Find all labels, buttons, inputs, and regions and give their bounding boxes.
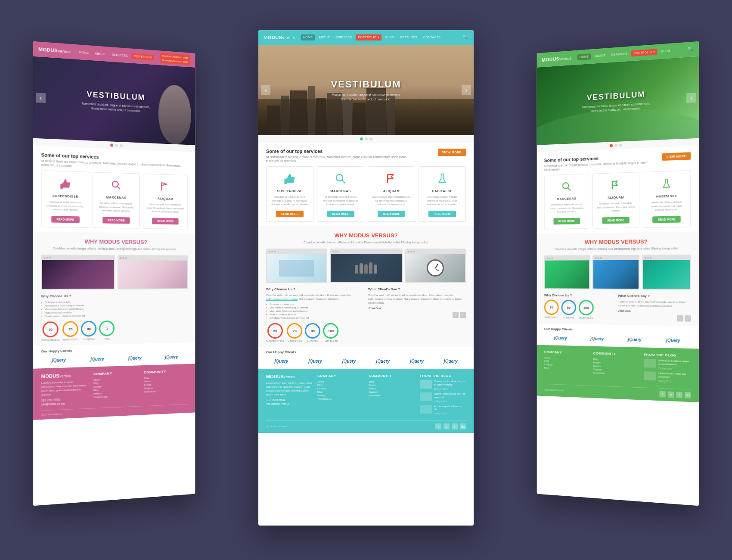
read-more-3-right[interactable]: read more [653, 216, 681, 223]
nav-about-center[interactable]: ABOUT [316, 34, 332, 40]
footer-company-links-center: About FAQ Contact Blog Privacy Testimoni… [317, 380, 363, 401]
f-privacy-c[interactable]: Privacy [317, 394, 363, 397]
social-twitter-r[interactable]: t [676, 392, 682, 398]
blog-thumb-2-right [644, 371, 656, 380]
nav-portfolio-center[interactable]: PORTFOLIO ▾ [356, 34, 382, 40]
hero-next-center[interactable]: › [462, 85, 471, 95]
prog-70-r: 70 MARCENAS [544, 300, 559, 319]
nav-portfolio-right[interactable]: PORTFOLIO ▾ [631, 49, 657, 56]
service-card-1-left: SUSPENDISSE Quisque ut tellus quis nunc … [41, 170, 89, 228]
social-twitter[interactable]: t [452, 423, 458, 429]
why-choose-title-right: Why Choose Us ? [544, 293, 614, 298]
hero-prev-left[interactable]: ‹ [36, 93, 46, 103]
svg-point-2 [336, 174, 343, 181]
client-logo-1: jQuery [41, 355, 76, 365]
f-contact-c[interactable]: Contact [317, 387, 363, 390]
view-more-btn-right[interactable]: VIEW MORE [662, 152, 691, 161]
testimonial-next-right[interactable]: › [685, 316, 691, 322]
circle-70: 70 [62, 321, 78, 337]
service-name-1-right: MARCENAS [548, 196, 586, 201]
read-more-3-center[interactable]: read more [378, 211, 405, 217]
client-say-title-right: What Client's Say ? [618, 294, 691, 298]
read-more-2-center[interactable]: read more [327, 211, 354, 217]
service-card-2-left: MARCENAS Ut eleifend libero sed neque rh… [93, 172, 139, 229]
nav-home-right[interactable]: HOME [577, 53, 591, 60]
prog-80-r: 80 ALIQUAM [561, 300, 577, 319]
testimonial-next-center[interactable]: › [460, 312, 466, 318]
social-facebook[interactable]: f [435, 423, 441, 429]
nav-blog-right[interactable]: BLOG [659, 47, 672, 54]
nav-features-center[interactable]: FEATURES [398, 34, 419, 40]
nav-home-left[interactable]: HOME [77, 49, 91, 56]
footer-phone-center: 182 2569 5896 [266, 398, 312, 401]
search-icon-center[interactable]: 🔍 [462, 34, 468, 40]
nav-home-center[interactable]: HOME [301, 34, 315, 40]
why-left-right: Why Choose Us ? 70 MARCENAS 80 ALIQUAM 1… [544, 293, 614, 320]
footer-col-blog-center: from the BLOG Maecenas tincidunt, augue … [420, 374, 466, 417]
client-logos-left: jQuery jQuery jQuery jQuery [41, 352, 188, 365]
nav-links-center: HOME ABOUT SERVICES PORTFOLIO ▾ BLOG FEA… [301, 34, 459, 40]
blog-date-3-center: 5 May 2013 [434, 412, 466, 415]
social-rss[interactable]: rss [460, 423, 466, 429]
screenshot-1-left [41, 255, 115, 290]
fc-blog-c[interactable]: Blog [369, 380, 415, 383]
nav-about-right[interactable]: ABOUT [592, 52, 608, 59]
circle-80-r: 80 [561, 300, 577, 315]
screenshot-clock-center [405, 249, 466, 283]
read-more-2-left[interactable]: read more [102, 217, 130, 224]
footer-copyright-left: 2013 ModuVersus [41, 413, 62, 416]
progress-circles-center: 50 SUSPENDISSE 70 MARCENAS 80 ALIQUAM [266, 323, 364, 342]
nav-portfolio-left[interactable]: PORTFOLIO [132, 53, 154, 60]
prog-100-c: 100 HABITASSE [323, 323, 338, 342]
read-more-3-left[interactable]: read more [152, 218, 179, 225]
read-more-1-right[interactable]: read more [553, 218, 580, 225]
nav-blog-center[interactable]: BLOG [383, 34, 397, 40]
f-blog-c[interactable]: Blog [317, 390, 363, 394]
why-content-left: Why Choose Us ? Quisque a metus quis Mae… [41, 293, 188, 342]
service-text-2-center: Ut eleifend libero sed neque rhoncus con… [321, 195, 360, 206]
hero-next-right[interactable]: › [686, 93, 696, 103]
f-test-c[interactable]: Testimonials [317, 397, 363, 401]
read-more-1-left[interactable]: read more [51, 216, 79, 223]
view-more-btn-center[interactable]: VIEW MORE [438, 149, 466, 156]
client-logo-2: jQuery [80, 355, 115, 364]
social-pinterest[interactable]: p [444, 423, 450, 429]
nav-contacts-center[interactable]: CONTACTS [421, 34, 443, 40]
portfolio-dropdown-left[interactable]: Portfolio 3 column page Portfolio 2 colu… [160, 53, 190, 65]
f-about-c[interactable]: About [317, 380, 363, 383]
client-logos-center: jQuery jQuery jQuery jQuery jQuery jQuer… [266, 357, 466, 365]
nav-services-center[interactable]: SERVICES [334, 34, 354, 40]
testimonial-prev-center[interactable]: ‹ [453, 312, 459, 318]
circle-50-c: 50 [267, 323, 283, 339]
f-faq-c[interactable]: FAQ [317, 383, 363, 387]
nav-about-left[interactable]: ABOUT [93, 50, 108, 57]
screenshot-workspace-center [266, 249, 327, 283]
fc-forum-c[interactable]: Forum [369, 383, 415, 387]
why-link-center[interactable]: pellentesque perfermesque [266, 298, 298, 300]
hero-prev-center[interactable]: ‹ [261, 85, 270, 95]
search-icon-right[interactable]: 🔍 [687, 46, 694, 53]
screenshot-nature2-right [592, 255, 640, 290]
happy-title-center: Our Happy Clients [266, 350, 466, 354]
service-name-1-center: SUSPENDISSE [270, 189, 310, 193]
screenshot-team-center [330, 249, 403, 283]
read-more-1-center[interactable]: read more [276, 211, 304, 217]
nav-services-right[interactable]: SERVICES [609, 51, 630, 58]
read-more-2-right[interactable]: read more [602, 217, 630, 224]
fc-newsletter-c[interactable]: Newsletter [369, 394, 415, 397]
read-more-4-center[interactable]: read more [428, 211, 456, 217]
fc-support-c[interactable]: Support [369, 390, 415, 394]
blog-thumb-1-center [420, 380, 432, 389]
fc-events-c[interactable]: Events [369, 387, 415, 390]
nav-services-left[interactable]: SERVICES [110, 51, 130, 58]
testimonial-prev-right[interactable]: ‹ [677, 315, 683, 322]
social-pinterest-r[interactable]: p [668, 391, 674, 398]
why-content-center: Why Choose Us ? Candihur quis mi id leo … [266, 287, 466, 342]
footer-community-title-center: Community [369, 374, 415, 378]
social-facebook-r[interactable]: f [659, 391, 665, 397]
service-text-2-right: Vivamus quis ante bibendum arcu. Ut elei… [596, 201, 635, 213]
hero-title-center: VESTIBULUM [280, 79, 452, 90]
service-card-3-right: HABITASSE Aenfecula ultrices. Integer ve… [643, 170, 691, 228]
progress-80-left: 80 ALIQUAM [81, 321, 96, 341]
social-rss-r[interactable]: rss [685, 392, 691, 398]
